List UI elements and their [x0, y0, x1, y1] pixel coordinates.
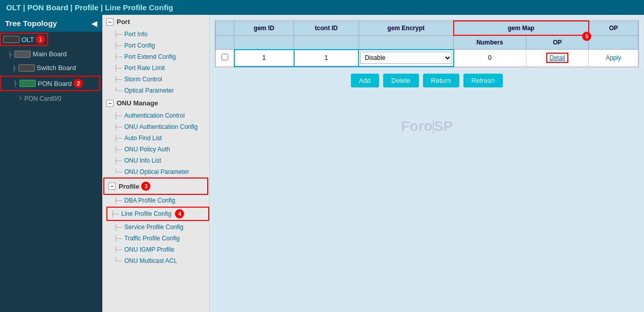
main-board-label: Main Board: [33, 50, 66, 58]
olt-node[interactable]: OLT 1: [0, 33, 48, 46]
nav-item-service-profile-config[interactable]: ├─Service Profile Config: [102, 221, 209, 233]
nav-item-onu-multicast-acl[interactable]: └─ONU Multicast ACL: [102, 255, 209, 266]
switch-board-icon: [18, 64, 35, 72]
table-container: gem ID tcont ID gem Encrypt gem Map OP N…: [215, 20, 639, 68]
th-numbers: Numbers: [454, 35, 526, 50]
th-op-sub: OP 5: [526, 35, 589, 50]
th-tcont-id-sub: [294, 35, 359, 50]
port-section-header[interactable]: − Port: [102, 15, 209, 29]
nav-item-auth-control[interactable]: ├─Authentication Control: [102, 110, 209, 121]
td-numbers: 0: [454, 50, 526, 66]
th-gem-id: gem ID: [234, 21, 294, 35]
nav-item-port-rate-limit[interactable]: ├─Port Rate Limit: [102, 62, 209, 74]
delete-button[interactable]: Delete: [383, 74, 419, 87]
nav-item-traffic-profile-config[interactable]: ├─Traffic Profile Config: [102, 233, 209, 244]
th-op: OP: [589, 21, 638, 35]
tree-item-pon-card: └ PON Card0/0: [0, 92, 102, 105]
nav-item-line-profile-config[interactable]: ├─Line Profile Config 4: [106, 207, 209, 221]
th-gem-encrypt: gem Encrypt: [359, 21, 453, 35]
tree-item-switch-board: ├ Switch Board: [0, 61, 102, 75]
onu-section-label: ONU Manage: [117, 99, 158, 107]
switch-board-node[interactable]: ├ Switch Board: [0, 62, 102, 74]
sidebar-title-text: Tree Topology: [5, 19, 57, 28]
watermark-text-left: Foro: [401, 118, 433, 134]
td-gem-encrypt[interactable]: Disable Enable: [359, 50, 453, 66]
port-section-label: Port: [117, 18, 130, 26]
row-checkbox[interactable]: [221, 54, 228, 60]
olt-icon: [3, 36, 19, 43]
breadcrumb-bar: OLT | PON Board | Profile | Line Profile…: [0, 0, 644, 15]
main-layout: Tree Topology ◀ OLT 1 ├ Main Board ├: [0, 15, 644, 312]
main-board-node[interactable]: ├ Main Board: [0, 48, 102, 60]
nav-item-onu-auth-config[interactable]: ├─ONU Authentication Config: [102, 121, 209, 132]
td-detail[interactable]: Detail: [526, 50, 589, 66]
pon-card-node[interactable]: └ PON Card0/0: [0, 93, 102, 104]
th-gem-map: gem Map: [454, 21, 589, 35]
main-board-icon: [14, 51, 31, 58]
pon-board-icon: [19, 80, 36, 87]
profile-collapse-icon[interactable]: −: [108, 183, 116, 190]
td-gem-id: 1: [234, 50, 294, 66]
th-gem-id-sub: [234, 35, 294, 50]
nav-panel: − Port ├─Port Info ├─Port Config ├─Port …: [102, 15, 210, 312]
nav-item-onu-info-list[interactable]: ├─ONU Info List: [102, 155, 209, 166]
breadcrumb-text: OLT | PON Board | Profile | Line Profile…: [6, 3, 173, 12]
sidebar: Tree Topology ◀ OLT 1 ├ Main Board ├: [0, 15, 102, 312]
pon-board-label: PON Board: [38, 80, 72, 87]
watermark: ForoSP: [215, 118, 639, 135]
nav-item-optical-parameter[interactable]: └─Optical Parameter: [102, 85, 209, 96]
line-profile-badge: 4: [175, 209, 184, 218]
profile-section-label: Profile: [119, 183, 139, 190]
gem-encrypt-select[interactable]: Disable Enable: [360, 52, 452, 64]
nav-item-onu-optical-param[interactable]: └─ONU Optical Parameter: [102, 166, 209, 177]
nav-item-onu-policy-auth[interactable]: ├─ONU Policy Auth: [102, 144, 209, 155]
th-gem-encrypt-sub: [359, 35, 453, 50]
refresh-button[interactable]: Refresh: [463, 74, 503, 87]
data-table: gem ID tcont ID gem Encrypt gem Map OP N…: [215, 20, 638, 67]
profile-section-header[interactable]: − Profile 3: [103, 177, 208, 195]
td-apply: Apply: [589, 50, 638, 66]
sidebar-title: Tree Topology ◀: [0, 15, 102, 32]
tree-item-pon-board: ├ PON Board 2: [0, 75, 102, 92]
profile-badge: 3: [141, 182, 150, 191]
olt-label: OLT: [21, 36, 34, 43]
switch-board-label: Switch Board: [37, 64, 76, 72]
nav-item-port-config[interactable]: ├─Port Config: [102, 40, 209, 51]
nav-item-port-extend-config[interactable]: ├─Port Extend Config: [102, 51, 209, 62]
td-checkbox: [216, 50, 234, 66]
nav-item-dba-profile-config[interactable]: ├─DBA Profile Config: [102, 195, 209, 206]
content-area: − Port ├─Port Info ├─Port Config ├─Port …: [102, 15, 644, 312]
td-tcont-id: 1: [294, 50, 359, 66]
nav-item-auto-find-list[interactable]: ├─Auto Find List: [102, 132, 209, 144]
nav-item-onu-igmp-profile[interactable]: ├─ONU IGMP Profile: [102, 244, 209, 255]
tree-item-olt: OLT 1: [0, 32, 102, 47]
pon-board-node[interactable]: ├ PON Board 2: [0, 76, 100, 91]
right-panel: gem ID tcont ID gem Encrypt gem Map OP N…: [210, 15, 644, 312]
olt-badge: 1: [36, 35, 45, 44]
pon-card-label: PON Card0/0: [25, 95, 61, 102]
line-profile-config-wrapper: ├─Line Profile Config 4: [102, 207, 209, 221]
table-row: 1 1 Disable Enable 0 Detail: [216, 50, 638, 66]
tree-item-main-board: ├ Main Board: [0, 47, 102, 61]
th-op-final: [589, 35, 638, 50]
th-empty: [216, 35, 234, 50]
button-row: Add Delete Return Refresh: [215, 74, 639, 87]
sidebar-collapse-arrow[interactable]: ◀: [92, 19, 97, 28]
watermark-text-right: SP: [434, 118, 453, 134]
onu-collapse-icon[interactable]: −: [106, 100, 114, 107]
pon-board-badge: 2: [74, 79, 83, 88]
th-checkbox: [216, 21, 234, 35]
port-collapse-icon[interactable]: −: [106, 18, 114, 26]
th-tcont-id: tcont ID: [294, 21, 359, 35]
nav-item-port-info[interactable]: ├─Port Info: [102, 29, 209, 40]
onu-section-header[interactable]: − ONU Manage: [102, 96, 209, 110]
apply-label[interactable]: Apply: [606, 54, 621, 61]
return-button[interactable]: Return: [423, 74, 459, 87]
nav-item-storm-control[interactable]: ├─Storm Control: [102, 74, 209, 85]
add-button[interactable]: Add: [351, 74, 379, 87]
detail-link[interactable]: Detail: [546, 53, 568, 63]
